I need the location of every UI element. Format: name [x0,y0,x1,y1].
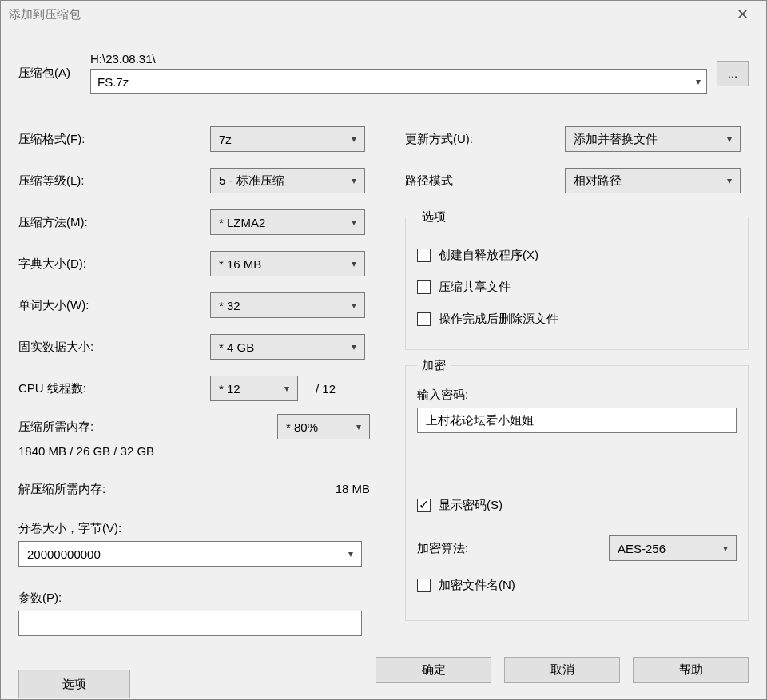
shared-row[interactable]: 压缩共享文件 [417,271,737,303]
params-label: 参数(P): [18,591,370,606]
compress-mem-label: 压缩所需内存: [18,420,93,435]
close-icon[interactable]: ✕ [726,6,758,23]
solid-select[interactable]: * 4 GB ▾ [210,334,365,360]
solid-label: 固实数据大小: [18,340,210,355]
window-title: 添加到压缩包 [9,7,81,22]
threads-row: CPU 线程数: * 12 ▾ / 12 [18,368,370,409]
decompress-mem-value: 18 MB [336,482,370,497]
encrypt-names-label: 加密文件名(N) [439,578,515,593]
update-value: 添加并替换文件 [574,132,658,147]
threads-select[interactable]: * 12 ▾ [210,376,298,401]
chevron-down-icon: ▾ [356,421,361,432]
columns: 压缩格式(F): 7z ▾ 压缩等级(L): 5 - 标准压缩 ▾ 压缩方法(M… [18,118,749,698]
archive-path-text: H:\23.08.31\ [90,52,707,66]
level-row: 压缩等级(L): 5 - 标准压缩 ▾ [18,160,370,201]
chevron-down-icon: ▾ [723,543,728,554]
method-label: 压缩方法(M): [18,215,210,230]
show-password-checkbox[interactable] [417,499,431,512]
archive-path-block: H:\23.08.31\ ▾ [90,52,707,94]
encrypt-names-checkbox[interactable] [417,579,431,592]
options-legend: 选项 [417,209,451,225]
chevron-down-icon: ▾ [352,300,356,311]
encryption-legend: 加密 [417,358,451,373]
delete-checkbox[interactable] [417,312,431,326]
titlebar: 添加到压缩包 ✕ [1,1,766,28]
volume-label: 分卷大小，字节(V): [18,521,370,536]
sfx-row[interactable]: 创建自释放程序(X) [417,239,737,271]
chevron-down-icon: ▾ [352,133,356,145]
word-row: 单词大小(W): * 32 ▾ [18,284,370,326]
help-button[interactable]: 帮助 [633,657,749,683]
encryption-alg-select[interactable]: AES-256 ▾ [609,535,737,561]
solid-row: 固实数据大小: * 4 GB ▾ [18,326,370,368]
options-fieldset: 选项 创建自释放程序(X) 压缩共享文件 操作完成后删除源文件 [405,209,749,350]
pathmode-label: 路径模式 [405,173,501,189]
chevron-down-icon: ▾ [352,217,356,228]
pathmode-row: 路径模式 相对路径 ▾ [405,160,749,201]
show-password-label: 显示密码(S) [439,498,503,513]
chevron-down-icon: ▾ [352,258,356,269]
encryption-alg-label: 加密算法: [417,541,468,556]
shared-checkbox[interactable] [417,280,431,294]
word-select[interactable]: * 32 ▾ [210,292,365,318]
pathmode-select[interactable]: 相对路径 ▾ [565,168,741,193]
threads-value: * 12 [219,382,240,396]
archive-row: 压缩包(A) H:\23.08.31\ ▾ ... [18,52,749,94]
level-label: 压缩等级(L): [18,173,210,189]
method-value: * LZMA2 [219,216,265,229]
update-select[interactable]: 添加并替换文件 ▾ [565,126,741,152]
show-password-row[interactable]: 显示密码(S) [417,489,737,521]
format-row: 压缩格式(F): 7z ▾ [18,118,370,160]
method-row: 压缩方法(M): * LZMA2 ▾ [18,201,370,243]
word-value: * 32 [219,299,240,312]
browse-button[interactable]: ... [717,61,749,86]
archive-filename-input[interactable] [90,69,707,94]
params-input[interactable] [18,611,362,636]
chevron-down-icon: ▾ [727,133,732,145]
options-button[interactable]: 选项 [18,670,130,698]
encryption-alg-value: AES-256 [618,542,666,555]
column-left: 压缩格式(F): 7z ▾ 压缩等级(L): 5 - 标准压缩 ▾ 压缩方法(M… [18,118,370,698]
shared-label: 压缩共享文件 [439,280,511,295]
ok-button[interactable]: 确定 [376,657,491,683]
dict-select[interactable]: * 16 MB ▾ [210,251,365,276]
column-right: 更新方式(U): 添加并替换文件 ▾ 路径模式 相对路径 ▾ 选项 [405,118,749,698]
volume-value: 20000000000 [27,547,101,561]
word-label: 单词大小(W): [18,298,210,313]
password-label: 输入密码: [417,388,737,403]
password-input[interactable] [417,408,737,433]
mempct-select[interactable]: * 80% ▾ [277,414,370,439]
chevron-down-icon: ▾ [352,341,356,352]
sfx-checkbox[interactable] [417,249,431,262]
update-label: 更新方式(U): [405,132,501,147]
chevron-down-icon: ▾ [284,383,289,394]
chevron-down-icon: ▾ [348,548,353,559]
decompress-mem-label: 解压缩所需内存: [18,482,105,497]
compress-mem-block: 压缩所需内存: * 80% ▾ 1840 MB / 26 GB / 32 GB [18,414,370,458]
format-label: 压缩格式(F): [18,132,210,147]
level-select[interactable]: 5 - 标准压缩 ▾ [210,168,365,193]
encryption-fieldset: 加密 输入密码: 显示密码(S) 加密算法: AES-256 ▾ [405,358,749,621]
solid-value: * 4 GB [219,340,254,354]
method-select[interactable]: * LZMA2 ▾ [210,209,365,235]
delete-label: 操作完成后删除源文件 [439,312,558,327]
pathmode-value: 相对路径 [574,173,622,189]
volume-combo[interactable]: 20000000000 ▾ [18,541,362,567]
level-value: 5 - 标准压缩 [219,173,284,189]
encrypt-names-row[interactable]: 加密文件名(N) [417,569,737,601]
dialog-button-row: 确定 取消 帮助 [376,657,749,683]
content-area: 压缩包(A) H:\23.08.31\ ▾ ... 压缩格式(F): 7z ▾ [1,28,766,698]
dialog-window: 添加到压缩包 ✕ 压缩包(A) H:\23.08.31\ ▾ ... 压缩格式(… [0,0,767,700]
sfx-label: 创建自释放程序(X) [439,248,538,263]
decompress-mem-row: 解压缩所需内存: 18 MB [18,482,370,497]
update-row: 更新方式(U): 添加并替换文件 ▾ [405,118,749,160]
format-select[interactable]: 7z ▾ [210,126,365,152]
archive-input-wrap: ▾ [90,69,707,94]
mempct-value: * 80% [286,420,318,434]
archive-label: 压缩包(A) [18,66,81,81]
dict-label: 字典大小(D): [18,257,210,272]
compress-mem-value: 1840 MB / 26 GB / 32 GB [18,444,370,458]
delete-row[interactable]: 操作完成后删除源文件 [417,303,737,335]
threads-total: / 12 [316,382,336,396]
cancel-button[interactable]: 取消 [504,657,620,683]
